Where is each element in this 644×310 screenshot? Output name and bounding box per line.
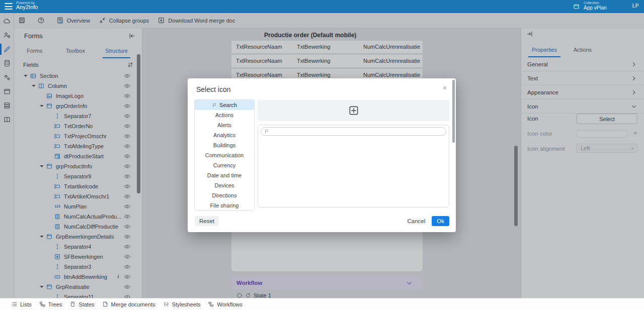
bottom-bar-item-label: Merge documents [111,301,155,307]
icon-category-label: File sharing [210,202,239,209]
icon-category-label: Actions [215,112,233,118]
bottom-bar-item[interactable]: Merge documents [102,301,155,307]
modal-title: Select icon [196,85,230,93]
icon-search-input[interactable] [272,128,446,135]
bottom-bar-item-icon [208,301,214,307]
icon-category-item[interactable]: Analytics [195,130,254,140]
icon-category-item[interactable]: Directions [195,190,254,200]
icon-category-label: Search [219,102,237,108]
bottom-bar-item[interactable]: Trees [39,301,62,307]
cancel-button[interactable]: Cancel [403,216,429,226]
icon-category-label: Buildings [213,142,236,148]
bottom-bar-item-label: States [78,301,94,307]
collection-label: Collection [584,1,607,5]
icon-category-label: Analytics [213,132,235,138]
icon-category-label: Devices [214,182,234,188]
ok-button[interactable]: Ok [432,216,449,226]
bottom-bar-item-label: Workflows [217,301,243,307]
icon-category-item[interactable]: File sharing [195,200,254,211]
reset-button[interactable]: Reset [195,216,219,226]
bottom-bar-item[interactable]: Lists [11,301,32,307]
icon-category-item[interactable]: Search [195,100,254,110]
bottom-bar: Lists Trees States Merge documents Style… [0,298,644,310]
bottom-bar-item-icon [69,301,76,307]
bottom-bar-item-icon [102,301,109,307]
collection-icon [573,3,580,10]
add-plus-icon[interactable] [348,105,359,116]
hamburger-menu-icon[interactable] [5,3,13,10]
category-list-scrollbar[interactable] [452,80,455,143]
flag-icon [212,102,217,108]
icon-category-label: Currency [213,162,236,168]
collection-block[interactable]: Collection App vPlan [584,1,607,11]
brand-name: Any2Info [16,5,38,11]
bottom-bar-item-icon [11,301,18,307]
icon-category-label: Directions [212,192,237,198]
icon-category-item[interactable]: Date and time [195,170,254,180]
custom-icon-upload-strip [258,100,449,121]
flag-icon [264,129,270,134]
bottom-bar-item[interactable]: States [69,301,94,307]
bottom-bar-item-label: Stylesheets [172,301,201,307]
modal-footer: Reset Cancel Ok [188,210,456,232]
select-icon-modal: Select icon × Search Actions Alerts Anal… [188,78,456,232]
icon-category-list: Search Actions Alerts Analytics Building… [194,99,255,211]
icon-category-label: Alerts [217,122,231,128]
bottom-bar-item[interactable]: Workflows [208,301,243,307]
icon-category-item[interactable]: Actions [195,110,254,120]
icon-category-item[interactable]: Currency [195,160,254,170]
icon-category-item[interactable]: Buildings [195,140,254,150]
bottom-bar-item-label: Trees [48,301,62,307]
top-bar: Powered by Any2Info Collection App vPlan… [0,0,644,13]
bottom-bar-item-icon [163,301,170,307]
icon-search-box [261,127,446,136]
icon-category-label: Communication [205,152,244,158]
bottom-bar-item[interactable]: Stylesheets [163,301,201,307]
close-icon[interactable]: × [443,84,447,91]
icon-category-item[interactable]: Communication [195,150,254,160]
bottom-bar-item-icon [39,301,46,307]
bottom-bar-item-label: Lists [20,301,32,307]
collection-name: App vPlan [584,5,607,11]
icon-category-item[interactable]: Alerts [195,120,254,130]
user-initials[interactable]: LP [632,3,639,9]
app-root: Powered by Any2Info Collection App vPlan… [0,0,644,310]
icon-category-label: Date and time [207,172,242,178]
icon-category-item[interactable]: Devices [195,180,254,190]
brand-block: Powered by Any2Info [16,1,38,11]
icon-results-box [258,125,449,208]
